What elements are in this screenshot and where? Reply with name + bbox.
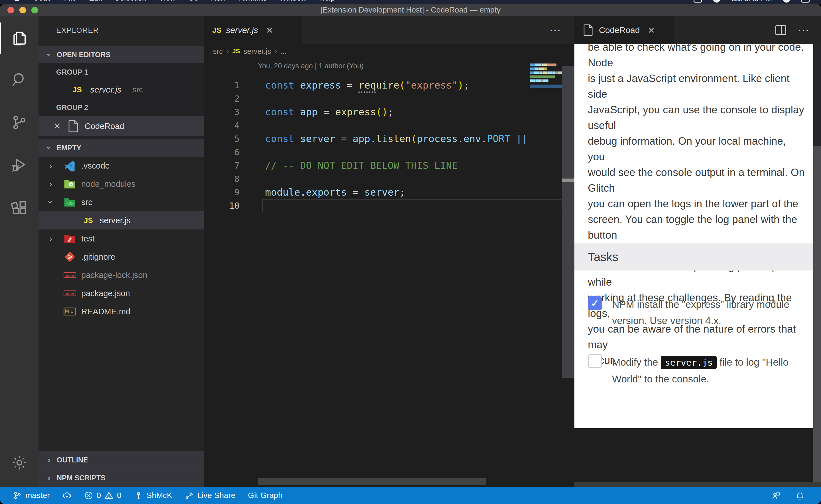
tab-server-js[interactable]: JS server.js ✕ [204, 16, 302, 44]
split-editor-icon[interactable] [775, 25, 786, 35]
npm-scripts-section-header[interactable]: › NPM SCRIPTS [38, 469, 204, 487]
tasks-header-label: Tasks [588, 250, 618, 264]
code-line-1[interactable]: const express = require("express"); [265, 79, 574, 92]
code-line-3[interactable]: const app = express(); [265, 105, 574, 119]
chevron-icon: › [47, 235, 54, 242]
open-editor-server-js[interactable]: JS server.js src [38, 81, 204, 99]
tab-coderoad[interactable]: CodeRoad ✕ [574, 16, 674, 44]
lesson-text-line: would see the console output in a termin… [588, 165, 805, 196]
search-activity-icon[interactable] [0, 64, 38, 95]
menu-status-items[interactable]: Sat 3:45 PM [694, 0, 810, 3]
breadcrumb-symbol[interactable]: ... [281, 47, 287, 56]
notifications-bell-icon[interactable] [795, 491, 804, 500]
code-line-8[interactable] [265, 172, 574, 186]
svg-text:JS: JS [69, 183, 73, 186]
git-graph-button[interactable]: Git Graph [248, 491, 283, 500]
git-icon [64, 251, 75, 263]
scrollbar-thumb[interactable] [562, 66, 574, 378]
code-content[interactable]: const express = require("express"); cons… [265, 79, 574, 212]
source-control-activity-icon[interactable] [0, 107, 38, 138]
code-line-2[interactable] [265, 92, 574, 105]
tree-item-label: src [81, 198, 92, 207]
menu-item-help[interactable]: Help [319, 0, 335, 3]
task-checkbox-checked[interactable]: ✓ [588, 296, 602, 310]
breadcrumb-folder[interactable]: src [213, 47, 223, 56]
git-branch-status[interactable]: master [13, 491, 50, 500]
chevron-icon: › [47, 162, 54, 169]
js-file-icon: JS [84, 216, 93, 225]
menu-item-run[interactable]: Run [211, 0, 225, 3]
tree-item-node-modules[interactable]: ›JSnode_modules [38, 175, 204, 193]
breadcrumb[interactable]: src › JS server.js › ... [204, 44, 287, 58]
menu-item-file[interactable]: File [64, 0, 77, 3]
code-line-9[interactable]: module.exports = server; [265, 186, 574, 199]
code-line-6[interactable] [265, 146, 574, 159]
close-tab-icon[interactable]: ✕ [266, 25, 273, 35]
extensions-activity-icon[interactable] [0, 193, 38, 224]
apple-menu-icon[interactable] [13, 0, 21, 1]
tree-item--gitignore[interactable]: .gitignore [38, 248, 204, 266]
close-tab-icon[interactable]: ✕ [648, 25, 655, 35]
webview-scrollbar[interactable] [813, 44, 821, 482]
menu-items[interactable]: CodeFileEditSelectionViewGoRunTerminalWi… [13, 0, 335, 3]
lesson-text-line: is just a JavaScript environment. Like c… [588, 71, 805, 102]
more-actions-icon[interactable]: ⋯ [549, 24, 561, 37]
menu-item-edit[interactable]: Edit [89, 0, 102, 3]
tree-item-label: server.js [100, 216, 130, 225]
codelens-annotation[interactable]: You, 20 days ago | 1 author (You) [258, 62, 364, 70]
tree-item-label: package-lock.json [81, 271, 147, 280]
menu-item-selection[interactable]: Selection [115, 0, 146, 3]
open-editor-coderoad[interactable]: ✕ CodeRoad [38, 116, 204, 136]
macos-menu-bar[interactable]: CodeFileEditSelectionViewGoRunTerminalWi… [0, 0, 821, 4]
indent-guide [55, 211, 55, 230]
code-line-4[interactable] [265, 119, 574, 132]
open-editor-label: CodeRoad [85, 122, 124, 131]
tree-item-label: node_modules [81, 179, 135, 189]
open-editors-label: OPEN EDITORS [57, 51, 110, 59]
task-checkbox-unchecked[interactable] [588, 354, 602, 368]
tree-item-readme-md[interactable]: README.md [38, 302, 204, 321]
menu-item-window[interactable]: Window [279, 0, 307, 3]
open-editor-path-suffix: src [132, 85, 143, 94]
user-account-status[interactable]: ShMcK [134, 491, 172, 500]
tree-item-test[interactable]: ›test [38, 230, 204, 248]
breadcrumb-file[interactable]: server.js [244, 47, 271, 56]
status-bar: master 0 0 [0, 487, 821, 504]
chevron-down-icon: › [45, 51, 53, 58]
problems-status[interactable]: 0 0 [84, 491, 121, 500]
explorer-activity-icon[interactable] [0, 22, 38, 54]
feedback-icon[interactable] [771, 491, 781, 500]
menu-item-go[interactable]: Go [188, 0, 198, 3]
node-modules-folder-icon: JS [64, 179, 76, 189]
files-icon [11, 29, 29, 47]
folder-section-header[interactable]: › EMPTY [38, 139, 204, 157]
editor-vertical-scrollbar[interactable] [562, 44, 574, 487]
tree-item-server-js[interactable]: JSserver.js [38, 211, 204, 230]
code-line-5[interactable]: const server = app.listen(process.env.PO… [265, 132, 574, 146]
menu-item-code[interactable]: Code [33, 0, 52, 3]
lesson-text-line: you can open the logs in the lower part … [588, 196, 805, 212]
js-file-icon: JS [73, 85, 82, 94]
editor-group-2-label: GROUP 2 [38, 99, 204, 116]
settings-gear-icon[interactable] [0, 447, 38, 478]
git-branch-icon [11, 114, 28, 131]
tree-item-package-json[interactable]: npmpackage.json [38, 284, 204, 302]
open-editors-header[interactable]: › OPEN EDITORS [38, 46, 204, 63]
more-actions-icon[interactable]: ⋯ [798, 24, 809, 37]
title-bar[interactable]: [Extension Development Host] - CodeRoad … [0, 4, 821, 16]
run-debug-activity-icon[interactable] [0, 149, 38, 180]
editor-horizontal-scrollbar[interactable] [258, 478, 486, 485]
tree-item--vscode[interactable]: ›.vscode [38, 157, 204, 175]
tree-item-src[interactable]: ›</>src [38, 193, 204, 211]
tree-item-package-lock-json[interactable]: npmpackage-lock.json [38, 266, 204, 284]
menu-item-terminal[interactable]: Terminal [238, 0, 267, 3]
minimap[interactable] [530, 63, 562, 87]
code-line-7[interactable]: // -- DO NOT EDIT BELOW THIS LINE [265, 159, 574, 172]
outline-section-header[interactable]: › OUTLINE [38, 451, 204, 469]
sync-changes-button[interactable] [62, 491, 71, 500]
menu-item-view[interactable]: View [159, 0, 175, 3]
live-share-button[interactable]: Live Share [185, 491, 236, 500]
npm-icon: npm [64, 290, 76, 297]
scrollbar-thumb[interactable] [813, 146, 821, 482]
close-icon[interactable]: ✕ [53, 121, 61, 132]
